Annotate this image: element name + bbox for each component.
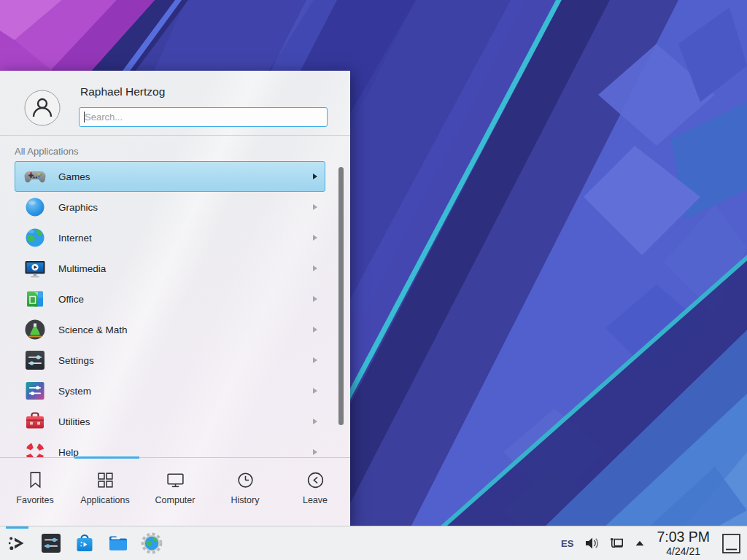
discover-store-button[interactable] bbox=[73, 532, 96, 555]
submenu-arrow-icon bbox=[313, 327, 317, 332]
taskbar-panel: ES 7:03 PM 4/24/21 bbox=[0, 526, 747, 560]
help-lifering-icon bbox=[23, 440, 47, 457]
tab-label: Favorites bbox=[16, 495, 53, 505]
tab-computer[interactable]: Computer bbox=[140, 458, 210, 526]
section-label: All Applications bbox=[15, 146, 78, 157]
list-scrollbar[interactable] bbox=[338, 167, 344, 425]
wired-network-icon[interactable] bbox=[608, 535, 624, 551]
submenu-arrow-icon bbox=[313, 449, 317, 455]
tab-history[interactable]: History bbox=[210, 458, 280, 526]
kickoff-launcher-icon bbox=[6, 532, 29, 555]
clock-widget[interactable]: 7:03 PM 4/24/21 bbox=[657, 530, 710, 556]
volume-icon[interactable] bbox=[584, 535, 600, 551]
monitor-icon bbox=[166, 470, 185, 490]
category-label: Utilities bbox=[58, 416, 90, 427]
dolphin-file-manager-button[interactable] bbox=[107, 532, 130, 555]
application-launcher-menu: Raphael Hertzog All Applications Games bbox=[0, 71, 350, 526]
submenu-arrow-icon bbox=[313, 419, 317, 424]
settings-sliders-icon bbox=[23, 349, 47, 372]
bookmark-icon bbox=[26, 470, 45, 490]
category-label: Graphics bbox=[58, 202, 98, 213]
category-label: Internet bbox=[58, 233, 92, 244]
clock-date: 4/24/21 bbox=[657, 546, 710, 556]
clock-time: 7:03 PM bbox=[657, 530, 710, 545]
system-settings-icon bbox=[39, 532, 63, 555]
submenu-arrow-icon bbox=[313, 235, 317, 241]
web-browser-globe-icon bbox=[140, 532, 163, 555]
submenu-arrow-icon bbox=[313, 265, 317, 271]
submenu-arrow-icon bbox=[313, 174, 317, 179]
show-desktop-button[interactable] bbox=[721, 533, 741, 554]
submenu-arrow-icon bbox=[313, 388, 317, 394]
category-office[interactable]: Office bbox=[15, 284, 325, 314]
system-tray: ES 7:03 PM 4/24/21 bbox=[561, 526, 747, 560]
category-internet[interactable]: Internet bbox=[15, 222, 325, 253]
active-tab-indicator bbox=[74, 456, 139, 459]
app-grid-icon bbox=[96, 470, 115, 490]
category-multimedia[interactable]: Multimedia bbox=[15, 253, 325, 284]
multimedia-monitor-icon bbox=[23, 257, 47, 280]
launcher-tabbar: Favorites Applications Computer bbox=[0, 457, 350, 526]
clock-icon bbox=[236, 470, 255, 490]
tab-label: Leave bbox=[303, 495, 328, 505]
category-list: Games Graphics Internet bbox=[0, 161, 350, 457]
search-input[interactable] bbox=[79, 107, 328, 127]
category-graphics[interactable]: Graphics bbox=[15, 192, 325, 222]
submenu-arrow-icon bbox=[313, 357, 317, 363]
system-settings-button[interactable] bbox=[39, 532, 63, 555]
category-label: Office bbox=[58, 294, 84, 305]
category-label: Help bbox=[58, 447, 79, 458]
gamepad-icon bbox=[23, 165, 47, 188]
tab-favorites[interactable]: Favorites bbox=[0, 458, 70, 526]
discover-store-icon bbox=[73, 532, 96, 555]
leave-circle-icon bbox=[306, 470, 325, 490]
expand-tray-caret-icon[interactable] bbox=[633, 537, 646, 550]
tab-applications[interactable]: Applications bbox=[70, 458, 140, 526]
tab-label: Computer bbox=[155, 495, 196, 505]
tab-leave[interactable]: Leave bbox=[280, 458, 350, 526]
user-avatar-icon bbox=[24, 90, 61, 126]
header-separator bbox=[0, 135, 350, 136]
category-utilities[interactable]: Utilities bbox=[15, 406, 325, 437]
category-system[interactable]: System bbox=[15, 376, 325, 406]
show-desktop-icon bbox=[721, 533, 741, 554]
science-flask-icon bbox=[23, 318, 47, 341]
user-name: Raphael Hertzog bbox=[80, 85, 165, 98]
category-label: Games bbox=[58, 171, 90, 182]
category-label: Settings bbox=[58, 355, 94, 366]
web-browser-button[interactable] bbox=[140, 532, 163, 555]
graphics-sphere-icon bbox=[23, 195, 47, 219]
utilities-toolbox-icon bbox=[23, 410, 47, 433]
text-caret bbox=[84, 112, 85, 122]
kickoff-launcher-button[interactable] bbox=[6, 532, 29, 555]
category-label: System bbox=[58, 386, 91, 397]
system-sliders-icon bbox=[23, 379, 47, 402]
tab-label: Applications bbox=[80, 495, 129, 505]
tab-label: History bbox=[231, 495, 260, 505]
category-science-math[interactable]: Science & Math bbox=[15, 314, 325, 345]
category-settings[interactable]: Settings bbox=[15, 345, 325, 376]
category-label: Science & Math bbox=[58, 324, 128, 335]
submenu-arrow-icon bbox=[313, 204, 317, 210]
category-label: Multimedia bbox=[58, 263, 106, 274]
dolphin-file-manager-icon bbox=[107, 532, 130, 555]
category-help[interactable]: Help bbox=[15, 437, 325, 457]
category-games[interactable]: Games bbox=[15, 161, 325, 192]
office-documents-icon bbox=[23, 287, 47, 311]
keyboard-layout-indicator[interactable]: ES bbox=[561, 538, 573, 549]
launcher-header: Raphael Hertzog bbox=[0, 71, 350, 135]
globe-icon bbox=[23, 226, 47, 249]
submenu-arrow-icon bbox=[313, 296, 317, 302]
